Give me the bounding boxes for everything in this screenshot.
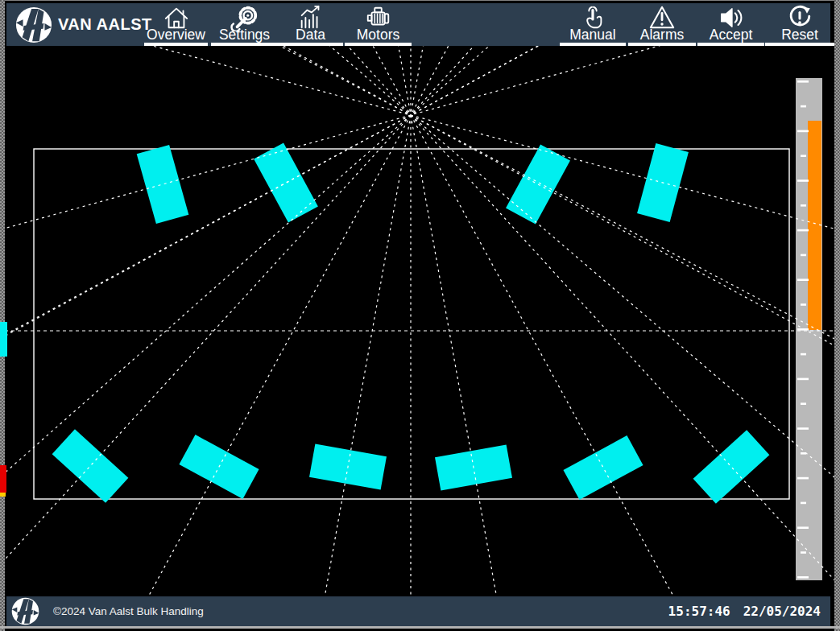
tab-underline bbox=[144, 43, 208, 46]
header-bar: VAN AALST Overview Settings bbox=[6, 3, 830, 46]
tab-underline bbox=[345, 43, 412, 46]
tab-underline bbox=[560, 43, 626, 46]
spray-line bbox=[5, 46, 834, 596]
window-frame-top bbox=[0, 0, 840, 1]
gauge-tick bbox=[797, 80, 809, 83]
tab-underline bbox=[765, 43, 834, 46]
gauge-tick bbox=[797, 427, 809, 430]
gauge-tick bbox=[801, 353, 806, 356]
van-aalst-logo-small bbox=[11, 597, 39, 625]
window-frame-bottom bbox=[0, 626, 840, 629]
gauge-tick bbox=[797, 328, 809, 331]
clock-time: 15:57:46 bbox=[668, 604, 730, 619]
spray-nozzle bbox=[693, 430, 770, 504]
gauge-tick bbox=[797, 130, 809, 133]
tab-accept[interactable]: Accept bbox=[697, 3, 764, 46]
gauge-tick bbox=[801, 402, 806, 405]
gauge-tick bbox=[797, 229, 809, 232]
tab-underline bbox=[628, 43, 696, 46]
tab-label: Alarms bbox=[628, 28, 696, 43]
scene-svg bbox=[5, 46, 834, 596]
tab-settings[interactable]: Settings bbox=[211, 3, 278, 46]
van-aalst-logo bbox=[15, 6, 52, 43]
gauge-tick bbox=[801, 105, 806, 108]
gauge-tick bbox=[797, 526, 809, 529]
edge-marker-red bbox=[0, 465, 6, 493]
tab-reset[interactable]: Reset bbox=[765, 3, 834, 46]
tab-label: Motors bbox=[345, 28, 412, 43]
tab-label: Settings bbox=[211, 28, 278, 43]
spray-line bbox=[5, 46, 834, 596]
gauge-tick bbox=[797, 576, 809, 579]
spray-line bbox=[5, 46, 834, 596]
gauge-tick bbox=[801, 155, 806, 157]
clock-date: 22/05/2024 bbox=[743, 604, 821, 619]
window-frame-right bbox=[834, 0, 840, 631]
spray-line bbox=[5, 46, 834, 596]
spray-line bbox=[5, 46, 834, 596]
copyright-text: ©2024 Van Aalst Bulk Handling bbox=[53, 596, 204, 626]
gauge-tick bbox=[801, 502, 806, 505]
window-frame-left bbox=[0, 0, 5, 631]
tab-underline bbox=[697, 43, 764, 46]
spray-line bbox=[5, 46, 834, 596]
gauge-tick bbox=[797, 179, 809, 182]
tab-label: Overview bbox=[144, 28, 208, 43]
gauge-tick bbox=[801, 254, 806, 257]
spray-line bbox=[5, 46, 834, 596]
gauge-tick bbox=[801, 452, 806, 455]
spray-line bbox=[199, 46, 778, 596]
tab-overview[interactable]: Overview bbox=[144, 3, 208, 46]
gauge-tick bbox=[797, 378, 809, 381]
main-area bbox=[5, 46, 834, 596]
spray-line bbox=[43, 46, 623, 596]
brand-title: VAN AALST bbox=[58, 3, 152, 46]
gauge-tick bbox=[801, 551, 806, 554]
gauge-tick bbox=[801, 303, 806, 306]
edge-marker-cyan bbox=[0, 322, 7, 357]
tab-underline bbox=[278, 43, 343, 46]
spray-nozzle bbox=[254, 142, 318, 222]
level-gauge-bar bbox=[808, 121, 821, 330]
tab-data[interactable]: Data bbox=[278, 3, 343, 46]
gauge-tick bbox=[801, 204, 806, 207]
spray-line bbox=[5, 46, 834, 596]
tab-manual[interactable]: Manual bbox=[560, 3, 626, 46]
gauge-tick bbox=[797, 278, 809, 281]
edge-marker-yellow bbox=[0, 493, 6, 497]
gauge-tick bbox=[797, 477, 809, 480]
tab-motors[interactable]: Motors bbox=[345, 3, 412, 46]
footer-bar: ©2024 Van Aalst Bulk Handling 15:57:46 2… bbox=[6, 596, 830, 626]
tab-alarms[interactable]: Alarms bbox=[628, 3, 696, 46]
tab-underline bbox=[211, 43, 278, 46]
tab-label: Data bbox=[278, 28, 343, 43]
hold-outline bbox=[34, 149, 789, 499]
spray-line bbox=[5, 46, 834, 596]
tab-label: Accept bbox=[697, 28, 764, 43]
spray-line bbox=[5, 46, 834, 596]
spray-line bbox=[5, 46, 834, 596]
tab-label: Manual bbox=[560, 28, 626, 43]
tab-label: Reset bbox=[765, 28, 834, 43]
spray-line bbox=[5, 46, 834, 596]
